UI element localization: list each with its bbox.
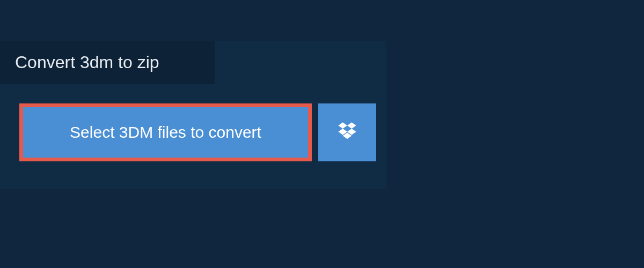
dropbox-button[interactable] <box>318 103 376 161</box>
action-row: Select 3DM files to convert <box>0 84 386 161</box>
page-title: Convert 3dm to zip <box>0 41 215 84</box>
select-files-button[interactable]: Select 3DM files to convert <box>19 103 312 161</box>
dropbox-icon <box>336 121 358 144</box>
select-files-label: Select 3DM files to convert <box>70 123 261 142</box>
converter-card: Convert 3dm to zip Select 3DM files to c… <box>0 41 386 189</box>
